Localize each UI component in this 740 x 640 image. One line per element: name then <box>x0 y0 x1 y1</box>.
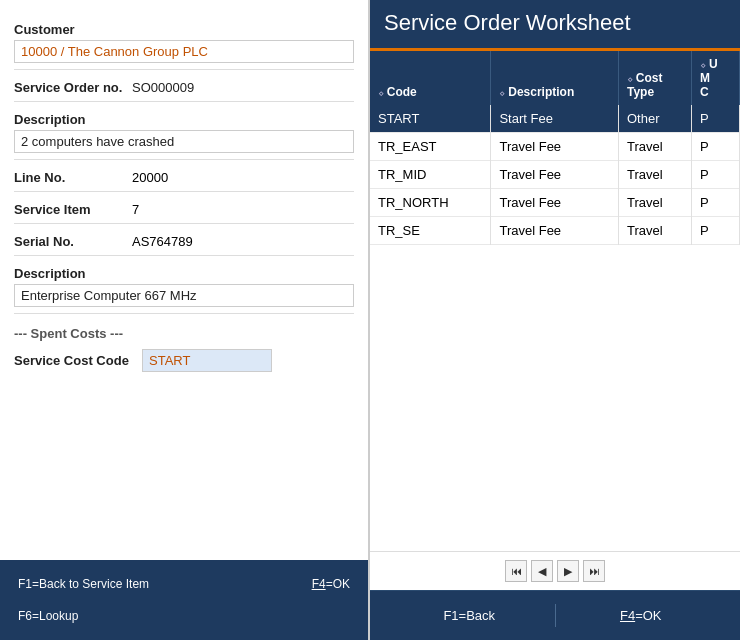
right-panel: Service Order Worksheet ⬦ Code ⬦ Descrip… <box>370 0 740 640</box>
cell-description: Travel Fee <box>491 161 619 189</box>
worksheet-title: Service Order Worksheet <box>384 10 726 36</box>
left-footer: F1=Back to Service Item F4=OK F6=Lookup <box>0 560 368 640</box>
cell-description: Travel Fee <box>491 217 619 245</box>
cell-cost_type: Other <box>618 105 691 133</box>
sort-icon: ⬦ <box>499 87 508 98</box>
col-code[interactable]: ⬦ Code <box>370 51 491 105</box>
service-order-value: SO000009 <box>132 80 194 95</box>
last-page-button[interactable]: ⏭ <box>583 560 605 582</box>
left-panel: Customer 10000 / The Cannon Group PLC Se… <box>0 0 370 640</box>
worksheet-table: ⬦ Code ⬦ Description ⬦ CostType ⬦ UMC ST… <box>370 51 740 245</box>
cell-code: TR_MID <box>370 161 491 189</box>
right-f4-label: F4=OK <box>620 608 662 623</box>
table-body: STARTStart FeeOtherPTR_EASTTravel FeeTra… <box>370 105 740 245</box>
customer-label: Customer <box>14 22 354 37</box>
sort-icon: ⬦ <box>378 87 387 98</box>
f6-lookup-button[interactable]: F6=Lookup <box>14 607 354 625</box>
cell-extra: P <box>692 217 740 245</box>
pagination: ⏮ ◀ ▶ ⏭ <box>370 551 740 590</box>
table-row[interactable]: TR_EASTTravel FeeTravelP <box>370 133 740 161</box>
first-page-button[interactable]: ⏮ <box>505 560 527 582</box>
spent-costs-label: --- Spent Costs --- <box>14 326 354 341</box>
sort-icon: ⬦ <box>627 73 636 84</box>
table-row[interactable]: TR_MIDTravel FeeTravelP <box>370 161 740 189</box>
description-label: Description <box>14 112 354 127</box>
service-item-value: 7 <box>132 202 139 217</box>
table-row[interactable]: TR_NORTHTravel FeeTravelP <box>370 189 740 217</box>
f4-label: F4=OK <box>312 577 350 591</box>
prev-page-button[interactable]: ◀ <box>531 560 553 582</box>
service-cost-code-label: Service Cost Code <box>14 353 134 368</box>
serial-no-value: AS764789 <box>132 234 193 249</box>
f1-back-button[interactable]: F1=Back to Service Item <box>14 575 182 593</box>
customer-value[interactable]: 10000 / The Cannon Group PLC <box>14 40 354 63</box>
cell-code: START <box>370 105 491 133</box>
cell-extra: P <box>692 105 740 133</box>
serial-no-label: Serial No. <box>14 234 124 249</box>
line-no-row: Line No. 20000 <box>14 170 354 185</box>
next-page-button[interactable]: ▶ <box>557 560 579 582</box>
table-row[interactable]: STARTStart FeeOtherP <box>370 105 740 133</box>
sort-icon: ⬦ <box>700 59 709 70</box>
serial-no-row: Serial No. AS764789 <box>14 234 354 249</box>
service-item-label: Service Item <box>14 202 124 217</box>
service-cost-row: Service Cost Code START <box>14 349 354 372</box>
col-u-m-c[interactable]: ⬦ UMC <box>692 51 740 105</box>
line-no-label: Line No. <box>14 170 124 185</box>
table-container: ⬦ Code ⬦ Description ⬦ CostType ⬦ UMC ST… <box>370 51 740 551</box>
cell-description: Travel Fee <box>491 189 619 217</box>
cell-extra: P <box>692 161 740 189</box>
cell-code: TR_SE <box>370 217 491 245</box>
right-f1-label: F1=Back <box>443 608 495 623</box>
description-value[interactable]: 2 computers have crashed <box>14 130 354 153</box>
cell-code: TR_NORTH <box>370 189 491 217</box>
description2-label: Description <box>14 266 354 281</box>
line-no-value: 20000 <box>132 170 168 185</box>
cell-description: Travel Fee <box>491 133 619 161</box>
service-cost-code-input[interactable]: START <box>142 349 272 372</box>
cell-cost_type: Travel <box>618 217 691 245</box>
cell-cost_type: Travel <box>618 161 691 189</box>
right-f1-back-button[interactable]: F1=Back <box>384 604 556 627</box>
col-description[interactable]: ⬦ Description <box>491 51 619 105</box>
cell-extra: P <box>692 189 740 217</box>
f6-label: F6=Lookup <box>18 609 78 623</box>
f4-ok-button[interactable]: F4=OK <box>186 575 354 593</box>
right-footer: F1=Back F4=OK <box>370 590 740 640</box>
right-header: Service Order Worksheet <box>370 0 740 51</box>
col-cost-type[interactable]: ⬦ CostType <box>618 51 691 105</box>
service-order-row: Service Order no. SO000009 <box>14 80 354 95</box>
cell-cost_type: Travel <box>618 189 691 217</box>
service-order-label: Service Order no. <box>14 80 124 95</box>
cell-code: TR_EAST <box>370 133 491 161</box>
description2-value[interactable]: Enterprise Computer 667 MHz <box>14 284 354 307</box>
table-row[interactable]: TR_SETravel FeeTravelP <box>370 217 740 245</box>
cell-cost_type: Travel <box>618 133 691 161</box>
table-header-row: ⬦ Code ⬦ Description ⬦ CostType ⬦ UMC <box>370 51 740 105</box>
cell-extra: P <box>692 133 740 161</box>
cell-description: Start Fee <box>491 105 619 133</box>
right-f4-ok-button[interactable]: F4=OK <box>556 604 727 627</box>
left-content: Customer 10000 / The Cannon Group PLC Se… <box>0 0 368 560</box>
service-item-row: Service Item 7 <box>14 202 354 217</box>
f1-label: F1=Back to Service Item <box>18 577 149 591</box>
